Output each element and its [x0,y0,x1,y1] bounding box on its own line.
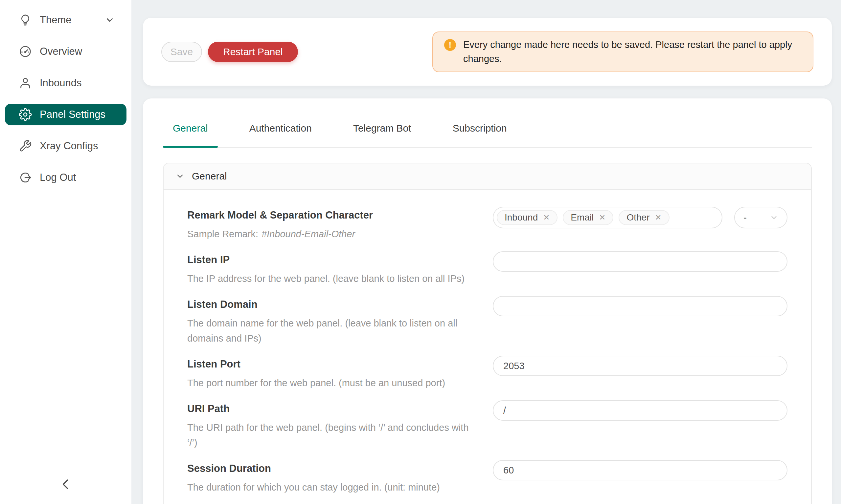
sidebar-item-label: Theme [40,14,71,26]
field-description: The port number for the web panel. (must… [187,375,477,391]
listen-domain-input[interactable] [493,296,787,316]
sidebar-item-label: Log Out [40,172,76,183]
form-row-listen-port: Listen Port The port number for the web … [187,358,787,391]
sidebar-item-panel-settings[interactable]: Panel Settings [5,104,126,125]
warning-icon: ! [444,39,456,51]
toolbar-card: Save Restart Panel ! Every change made h… [143,18,832,86]
sidebar-item-label: Xray Configs [40,140,98,152]
session-duration-input[interactable] [493,460,787,480]
tab-general[interactable]: General [163,123,218,147]
chevron-down-icon [770,213,778,222]
main-content: Save Restart Panel ! Every change made h… [132,0,841,504]
field-description: The domain name for the web panel. (leav… [187,316,477,346]
bulb-icon [19,14,32,26]
restart-panel-button[interactable]: Restart Panel [208,42,298,62]
logout-icon [19,171,32,184]
sidebar-item-inbounds[interactable]: Inbounds [5,72,126,94]
user-icon [19,76,32,90]
general-collapse-panel: General Remark Model & Separation Charac… [163,163,812,504]
field-label: Session Duration [187,462,477,475]
collapse-title: General [192,170,227,182]
field-description: The duration for which you can stay logg… [187,480,477,495]
sidebar-item-label: Overview [40,46,82,57]
field-label: Listen Port [187,358,477,371]
form-row-uri-path: URI Path The URI path for the web panel.… [187,402,787,450]
field-description: The IP address for the web panel. (leave… [187,271,477,286]
field-label: Listen Domain [187,298,477,311]
form-row-remark: Remark Model & Separation Character Samp… [187,209,787,241]
collapse-body: Remark Model & Separation Character Samp… [164,190,811,504]
chevron-down-icon [175,172,185,181]
remark-model-multiselect[interactable]: Inbound ✕ Email ✕ Other ✕ [493,207,722,228]
tag-other: Other ✕ [619,210,669,225]
save-button[interactable]: Save [161,42,202,62]
sidebar-item-log-out[interactable]: Log Out [5,167,126,188]
chevron-down-icon[interactable] [105,15,115,25]
close-icon[interactable]: ✕ [655,214,661,221]
separator-select[interactable]: - [734,207,787,228]
field-label: Listen IP [187,253,477,267]
close-icon[interactable]: ✕ [543,214,550,221]
listen-ip-input[interactable] [493,251,787,272]
close-icon[interactable]: ✕ [599,214,605,221]
form-row-session-duration: Session Duration The duration for which … [187,462,787,495]
sidebar-collapse-button[interactable] [55,474,76,495]
separator-value: - [743,212,747,223]
tabs: General Authentication Telegram Bot Subs… [163,123,812,148]
sidebar-item-overview[interactable]: Overview [5,41,126,62]
app-root: Theme Overview Inbounds Panel Settings [0,0,841,504]
chevron-left-icon [58,477,73,491]
sidebar-item-xray-configs[interactable]: Xray Configs [5,135,126,157]
tag-email: Email ✕ [563,210,613,225]
collapse-header[interactable]: General [164,163,811,190]
tab-authentication[interactable]: Authentication [240,123,322,147]
form-row-listen-domain: Listen Domain The domain name for the we… [187,298,787,346]
uri-path-input[interactable] [493,400,787,421]
form-row-listen-ip: Listen IP The IP address for the web pan… [187,253,787,286]
sidebar-item-theme[interactable]: Theme [5,9,126,31]
tab-subscription[interactable]: Subscription [443,123,517,147]
field-label: URI Path [187,402,477,415]
wrench-icon [19,140,32,152]
sidebar: Theme Overview Inbounds Panel Settings [0,0,132,504]
gear-icon [19,108,32,121]
field-label: Remark Model & Separation Character [187,209,477,222]
dashboard-icon [19,45,32,58]
field-description: Sample Remark:#Inbound-Email-Other [187,227,477,241]
tab-telegram-bot[interactable]: Telegram Bot [343,123,421,147]
alert-text: Every change made here needs to be saved… [463,38,795,66]
sidebar-item-label: Inbounds [40,77,82,89]
sidebar-item-label: Panel Settings [40,109,105,121]
warning-alert: ! Every change made here needs to be sav… [432,32,813,72]
field-description: The URI path for the web panel. (begins … [187,420,477,450]
listen-port-input[interactable] [493,356,787,376]
tag-inbound: Inbound ✕ [497,210,557,225]
sample-remark-value: #Inbound-Email-Other [261,229,355,239]
settings-card: General Authentication Telegram Bot Subs… [143,98,832,504]
